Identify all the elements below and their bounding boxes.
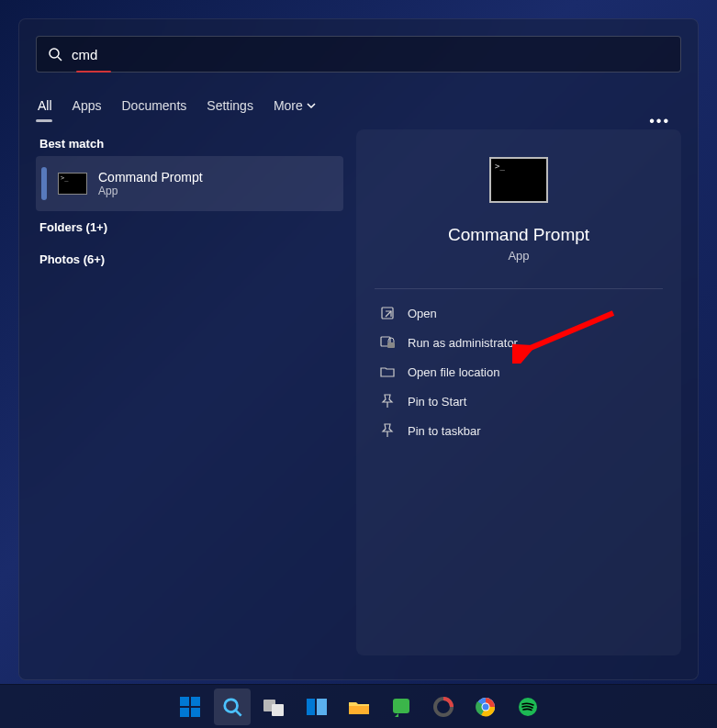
command-prompt-icon: [58, 173, 87, 195]
folder-icon: [347, 697, 371, 717]
taskbar-taskview[interactable]: [256, 689, 293, 725]
search-icon: [222, 697, 242, 717]
svg-line-7: [236, 711, 241, 716]
detail-title: Command Prompt: [448, 225, 589, 245]
best-match-result[interactable]: Command Prompt App: [36, 156, 343, 211]
action-pin-to-taskbar[interactable]: Pin to taskbar: [375, 416, 663, 445]
taskbar: [0, 684, 717, 728]
best-match-heading: Best match: [39, 137, 343, 151]
start-button[interactable]: [172, 689, 208, 725]
divider: [375, 288, 663, 289]
search-input[interactable]: [72, 47, 669, 62]
spellcheck-underline: [76, 71, 111, 73]
taskbar-chrome[interactable]: [467, 689, 504, 725]
taskbar-app-green[interactable]: [383, 689, 420, 725]
start-search-panel: All Apps Documents Settings More ••• Bes…: [18, 18, 699, 680]
taskview-icon: [263, 697, 286, 717]
command-prompt-icon: [489, 157, 548, 203]
action-label: Pin to Start: [408, 395, 466, 409]
pin-start-icon: [380, 394, 395, 409]
taskbar-search[interactable]: [214, 689, 251, 725]
widgets-icon: [305, 697, 329, 717]
svg-rect-12: [349, 706, 369, 714]
svg-point-18: [482, 703, 488, 710]
svg-point-6: [224, 699, 237, 711]
spotify-icon: [516, 697, 540, 717]
search-bar[interactable]: [36, 36, 681, 73]
more-options-button[interactable]: •••: [649, 113, 670, 129]
result-title: Command Prompt: [98, 170, 203, 185]
action-run-as-administrator[interactable]: Run as administrator: [375, 328, 663, 357]
svg-rect-11: [317, 699, 327, 715]
taskbar-explorer[interactable]: [341, 689, 377, 725]
tab-more-label: More: [274, 98, 303, 113]
taskbar-widgets[interactable]: [298, 689, 335, 725]
chrome-icon: [474, 697, 498, 717]
taskbar-spotify[interactable]: [510, 689, 546, 725]
category-folders[interactable]: Folders (1+): [36, 211, 343, 243]
taskbar-app-circle[interactable]: [425, 689, 462, 725]
tab-apps[interactable]: Apps: [71, 93, 104, 122]
svg-line-1: [58, 57, 62, 61]
action-list: Open Run as administrator Open file loca…: [375, 298, 663, 445]
selection-indicator: [41, 167, 47, 200]
tab-more[interactable]: More: [272, 93, 318, 122]
chevron-down-icon: [307, 101, 316, 110]
detail-panel: Command Prompt App Open Run as administr…: [356, 129, 681, 655]
action-label: Open file location: [408, 365, 499, 379]
app-icon: [431, 697, 455, 717]
category-photos[interactable]: Photos (6+): [36, 243, 343, 275]
pin-taskbar-icon: [380, 423, 395, 438]
result-subtitle: App: [98, 185, 203, 197]
svg-rect-4: [387, 342, 395, 348]
svg-rect-13: [393, 699, 409, 713]
action-pin-to-start[interactable]: Pin to Start: [375, 386, 663, 416]
action-label: Pin to taskbar: [408, 424, 481, 438]
results-column: Best match Command Prompt App Folders (1…: [36, 129, 343, 655]
action-label: Open: [408, 307, 437, 320]
svg-rect-10: [307, 699, 315, 715]
folder-icon: [380, 364, 395, 379]
tab-all[interactable]: All: [36, 93, 54, 122]
action-label: Run as administrator: [408, 336, 518, 350]
svg-point-0: [50, 49, 59, 58]
admin-icon: [380, 335, 395, 350]
app-icon: [389, 697, 413, 717]
tab-documents[interactable]: Documents: [119, 93, 188, 122]
action-open-file-location[interactable]: Open file location: [375, 357, 663, 386]
action-open[interactable]: Open: [375, 298, 663, 328]
filter-tabs: All Apps Documents Settings More: [19, 82, 698, 122]
tab-settings[interactable]: Settings: [205, 93, 255, 122]
detail-subtitle: App: [508, 249, 529, 263]
svg-rect-9: [272, 704, 284, 716]
open-icon: [380, 306, 395, 320]
search-icon: [48, 47, 62, 62]
